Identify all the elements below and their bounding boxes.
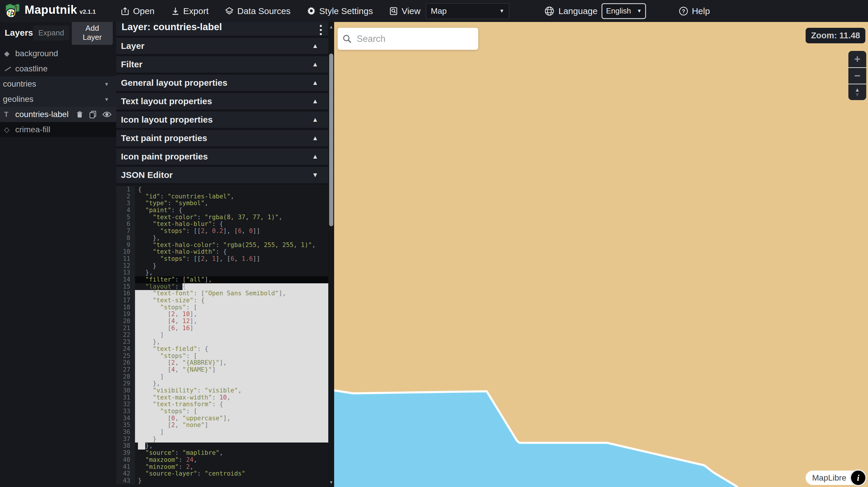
layer-group-countries[interactable]: countries ▾ bbox=[0, 76, 116, 92]
compass-button[interactable]: ▲▼ bbox=[848, 84, 866, 100]
code-line[interactable]: 37 } bbox=[116, 436, 328, 443]
code-line[interactable]: 40 "maxzoom": 24, bbox=[116, 457, 328, 463]
code-line[interactable]: 25 "stops": [ bbox=[116, 353, 328, 360]
code-line[interactable]: 2 "id": "countries-label", bbox=[116, 193, 328, 200]
layer-item-background[interactable]: ◆ background bbox=[0, 46, 116, 61]
search-input[interactable] bbox=[357, 34, 473, 44]
line-number: 3 bbox=[116, 200, 135, 207]
scroll-up-icon[interactable]: ▲ bbox=[328, 24, 334, 29]
code-line[interactable]: 30 "visibility": "visible", bbox=[116, 387, 328, 394]
view-button[interactable]: View bbox=[389, 6, 420, 16]
code-line[interactable]: 32 "text-transform": { bbox=[116, 401, 328, 408]
code-line[interactable]: 5 "text-color": "rgba(8, 37, 77, 1)", bbox=[116, 214, 328, 221]
info-icon[interactable]: i bbox=[851, 470, 865, 485]
layers-sidebar: Layers Expand Add Layer ◆ background coa… bbox=[0, 22, 116, 487]
chevron-down-icon: ▾ bbox=[105, 96, 108, 103]
section-filter[interactable]: Filter ▲ bbox=[116, 56, 328, 73]
layer-label: coastline bbox=[15, 64, 48, 73]
layer-more-menu-icon[interactable] bbox=[320, 22, 322, 35]
layer-item-crimea-fill[interactable]: ◇ crimea-fill bbox=[0, 122, 116, 137]
code-line[interactable]: 14 "filter": ["all"], bbox=[116, 276, 328, 283]
code-line[interactable]: 6 "text-halo-blur": { bbox=[116, 221, 328, 228]
code-line[interactable]: 10 "text-halo-width": { bbox=[116, 249, 328, 256]
maputnik-app: Maputnik v2.1.1 Open Export Data Sources… bbox=[0, 0, 868, 487]
code-line[interactable]: 13 }, bbox=[116, 269, 328, 276]
code-line[interactable]: 15 "layout": { bbox=[116, 283, 328, 290]
code-line[interactable]: 17 "text-size": { bbox=[116, 297, 328, 304]
section-general-layout[interactable]: General layout properties ▲ bbox=[116, 75, 328, 91]
section-layer[interactable]: Layer ▲ bbox=[116, 38, 328, 54]
collapse-arrow-icon: ▲ bbox=[312, 42, 318, 50]
code-line[interactable]: 9 "text-halo-color": "rgba(255, 255, 255… bbox=[116, 242, 328, 249]
code-line[interactable]: 43} bbox=[116, 477, 328, 484]
collapse-arrow-icon: ▲ bbox=[312, 134, 318, 142]
collapse-arrow-icon: ▲ bbox=[312, 61, 318, 68]
line-number: 25 bbox=[116, 353, 135, 360]
add-layer-button[interactable]: Add Layer bbox=[72, 21, 113, 45]
code-line[interactable]: 31 "text-max-width": 10, bbox=[116, 394, 328, 401]
code-line[interactable]: 11 "stops": [[2, 1], [6, 1.6]] bbox=[116, 256, 328, 262]
view-mode-select[interactable]: Map ▼ bbox=[426, 3, 509, 19]
zoom-in-button[interactable]: + bbox=[848, 51, 866, 67]
code-line[interactable]: 34 [0, "uppercase"], bbox=[116, 415, 328, 422]
line-number: 41 bbox=[116, 463, 135, 470]
layer-item-coastline[interactable]: coastline bbox=[0, 61, 116, 76]
open-button[interactable]: Open bbox=[121, 6, 154, 16]
code-line[interactable]: 3 "type": "symbol", bbox=[116, 200, 328, 207]
section-json-editor[interactable]: JSON Editor ▼ bbox=[116, 167, 328, 183]
style-settings-button[interactable]: Style Settings bbox=[307, 6, 373, 16]
section-text-layout[interactable]: Text layout properties ▲ bbox=[116, 93, 328, 109]
code-line[interactable]: 42 "source-layer": "centroids" bbox=[116, 470, 328, 477]
code-line[interactable]: 1{ bbox=[116, 186, 328, 193]
code-line[interactable]: 35 [2, "none"] bbox=[116, 422, 328, 429]
export-button[interactable]: Export bbox=[171, 6, 209, 16]
language-select[interactable]: English ▼ bbox=[601, 3, 646, 19]
code-line[interactable]: 16 "text-font": ["Open Sans Semibold"], bbox=[116, 290, 328, 297]
code-line[interactable]: 8 }, bbox=[116, 235, 328, 242]
code-line[interactable]: 4 "paint": { bbox=[116, 207, 328, 214]
main-menu: Open Export Data Sources Style Settings … bbox=[121, 3, 710, 19]
data-sources-icon bbox=[225, 7, 234, 15]
code-line[interactable]: 24 "text-field": { bbox=[116, 346, 328, 353]
section-icon-paint[interactable]: Icon paint properties ▲ bbox=[116, 149, 328, 165]
section-icon-layout[interactable]: Icon layout properties ▲ bbox=[116, 111, 328, 128]
section-text-paint[interactable]: Text paint properties ▲ bbox=[116, 130, 328, 146]
visibility-eye-icon[interactable] bbox=[102, 111, 112, 118]
map-canvas[interactable]: Zoom: 11.48 + − ▲▼ MapLibre i bbox=[334, 22, 868, 487]
code-line[interactable]: 20 [4, 12], bbox=[116, 318, 328, 325]
json-code-editor[interactable]: 1{2 "id": "countries-label",3 "type": "s… bbox=[116, 185, 328, 487]
expand-button[interactable]: Expand bbox=[33, 26, 69, 40]
code-line[interactable]: 39 "source": "maplibre", bbox=[116, 450, 328, 457]
code-line[interactable]: 29 }, bbox=[116, 380, 328, 387]
top-toolbar: Maputnik v2.1.1 Open Export Data Sources… bbox=[0, 0, 868, 22]
code-line[interactable]: 36 ] bbox=[116, 429, 328, 436]
duplicate-icon[interactable] bbox=[89, 110, 97, 119]
layer-actions bbox=[76, 110, 112, 119]
layer-item-countries-label[interactable]: T countries-label bbox=[0, 107, 116, 122]
line-number: 28 bbox=[116, 374, 135, 381]
scroll-down-icon[interactable]: ▼ bbox=[328, 480, 334, 485]
code-line[interactable]: 18 "stops": [ bbox=[116, 304, 328, 311]
help-button[interactable]: ? Help bbox=[679, 6, 710, 16]
code-line[interactable]: 27 [4, "{NAME}"] bbox=[116, 366, 328, 374]
zoom-out-button[interactable]: − bbox=[848, 67, 866, 84]
attribution-link[interactable]: MapLibre bbox=[812, 473, 851, 483]
line-number: 35 bbox=[116, 422, 135, 429]
code-line[interactable]: 7 "stops": [[2, 0.2], [6, 0]] bbox=[116, 228, 328, 235]
code-line[interactable]: 23 }, bbox=[116, 338, 328, 346]
code-line[interactable]: 19 [2, 10], bbox=[116, 311, 328, 318]
code-line[interactable]: 41 "minzoom": 2, bbox=[116, 463, 328, 470]
code-line[interactable]: 26 [2, "{ABBREV}"], bbox=[116, 359, 328, 366]
code-line[interactable]: 21 [6, 16] bbox=[116, 325, 328, 332]
code-line[interactable]: 12 } bbox=[116, 262, 328, 269]
data-sources-button[interactable]: Data Sources bbox=[225, 6, 290, 16]
export-icon bbox=[171, 7, 180, 15]
code-line[interactable]: 38 }, bbox=[116, 443, 328, 450]
code-line[interactable]: 22 ] bbox=[116, 332, 328, 338]
layer-group-geolines[interactable]: geolines ▾ bbox=[0, 92, 116, 107]
editor-scrollbar[interactable]: ▲ ▼ bbox=[328, 22, 334, 487]
scrollbar-thumb[interactable] bbox=[329, 54, 333, 226]
delete-icon[interactable] bbox=[76, 110, 84, 119]
code-line[interactable]: 33 "stops": [ bbox=[116, 408, 328, 415]
code-line[interactable]: 28 ] bbox=[116, 374, 328, 381]
